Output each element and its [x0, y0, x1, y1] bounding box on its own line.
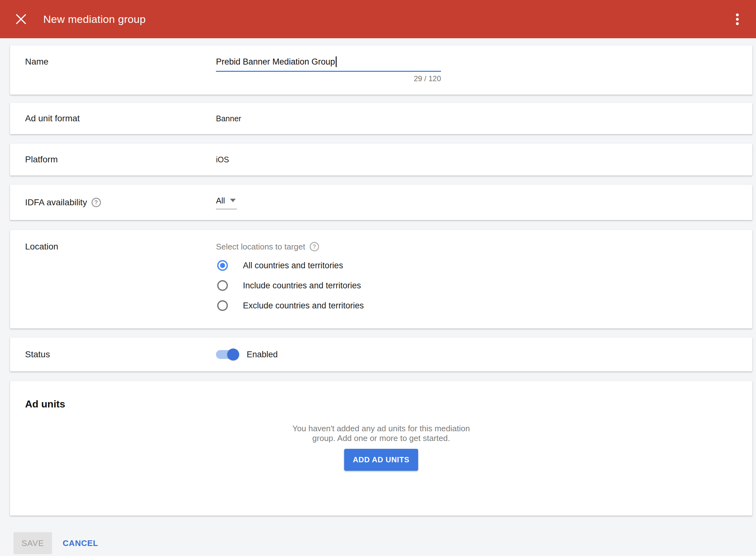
radio-label: All countries and territories	[243, 260, 343, 271]
idfa-label: IDFA availability ?	[10, 197, 216, 208]
ad-unit-format-card: Ad unit format Banner	[10, 103, 752, 134]
status-card: Status Enabled	[10, 338, 752, 372]
more-options-icon[interactable]	[731, 10, 744, 28]
platform-card: Platform iOS	[10, 144, 752, 175]
page-title: New mediation group	[43, 13, 146, 25]
idfa-selected-value: All	[216, 196, 225, 206]
radio-include-countries[interactable]: Include countries and territories	[216, 280, 364, 291]
radio-label: Exclude countries and territories	[243, 300, 364, 311]
text-cursor	[336, 57, 337, 67]
ad-units-heading: Ad units	[10, 398, 752, 410]
radio-unselected-icon	[217, 280, 228, 291]
ad-units-card: Ad units You haven't added any ad units …	[10, 381, 752, 516]
radio-all-countries[interactable]: All countries and territories	[216, 260, 364, 271]
name-input[interactable]: Prebid Banner Mediation Group	[216, 57, 441, 72]
status-label: Status	[10, 349, 216, 360]
idfa-label-text: IDFA availability	[25, 197, 87, 208]
platform-value: iOS	[216, 154, 229, 165]
toggle-knob	[227, 349, 239, 360]
form-content: Name Prebid Banner Mediation Group 29 / …	[0, 38, 756, 554]
name-input-value: Prebid Banner Mediation Group	[216, 57, 335, 67]
help-circle-icon[interactable]: ?	[310, 242, 319, 251]
name-field: Prebid Banner Mediation Group 29 / 120	[216, 57, 441, 95]
app-bar: New mediation group	[0, 0, 756, 38]
location-helper: Select locations to target ?	[216, 241, 364, 252]
name-label: Name	[10, 57, 216, 95]
location-radio-group: All countries and territories Include co…	[216, 260, 364, 311]
save-button[interactable]: SAVE	[13, 532, 52, 554]
ad-unit-format-label: Ad unit format	[10, 113, 216, 124]
idfa-card: IDFA availability ? All	[10, 184, 752, 220]
footer-actions: SAVE CANCEL	[13, 532, 752, 554]
ad-unit-format-value: Banner	[216, 113, 241, 124]
radio-unselected-icon	[217, 300, 228, 311]
char-counter: 29 / 120	[216, 74, 441, 83]
close-icon[interactable]	[16, 14, 26, 25]
location-card: Location Select locations to target ? Al…	[10, 230, 752, 328]
idfa-dropdown[interactable]: All	[216, 196, 237, 209]
location-label: Location	[10, 241, 216, 328]
radio-selected-icon	[217, 260, 228, 271]
radio-label: Include countries and territories	[243, 280, 361, 291]
platform-label: Platform	[10, 154, 216, 165]
help-circle-icon[interactable]: ?	[92, 198, 101, 207]
status-toggle[interactable]	[216, 350, 237, 359]
location-options: Select locations to target ? All countri…	[216, 241, 364, 328]
cancel-button[interactable]: CANCEL	[63, 538, 98, 548]
name-card: Name Prebid Banner Mediation Group 29 / …	[10, 45, 752, 95]
ad-units-empty-text: You haven't added any ad units for this …	[285, 424, 477, 443]
status-value: Enabled	[247, 349, 278, 360]
add-ad-units-button[interactable]: ADD AD UNITS	[344, 449, 418, 471]
location-helper-text: Select locations to target	[216, 241, 305, 252]
status-control: Enabled	[216, 349, 278, 360]
chevron-down-icon	[230, 199, 236, 202]
radio-exclude-countries[interactable]: Exclude countries and territories	[216, 300, 364, 311]
